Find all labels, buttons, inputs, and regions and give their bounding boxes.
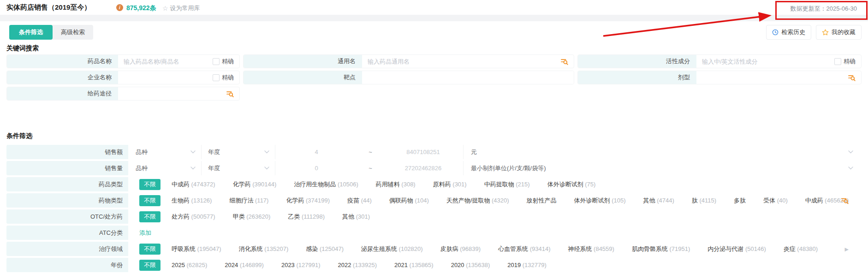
- year-option[interactable]: 2022 (133925): [338, 262, 377, 268]
- therapy-area-option[interactable]: 内分泌与代谢 (50146): [707, 245, 766, 253]
- sales-volume-dimension-select[interactable]: 品种: [128, 161, 202, 175]
- background-strip: [0, 15, 868, 21]
- sales-amount-min-input[interactable]: 4: [275, 145, 357, 159]
- drug-category-all-button[interactable]: 不限: [139, 195, 161, 206]
- tab-condition-filter[interactable]: 条件筛选: [9, 25, 53, 40]
- therapy-area-option[interactable]: 心血管系统 (93414): [498, 245, 550, 253]
- keyword-field-target: 靶点: [243, 71, 574, 84]
- exact-checkbox-company-name[interactable]: 精确: [211, 71, 239, 84]
- year-option[interactable]: 2021 (135865): [394, 262, 434, 268]
- otc-rx-option[interactable]: 处方药 (500577): [172, 213, 215, 221]
- drug-category-list-search-button[interactable]: [841, 197, 849, 204]
- my-favorites-button[interactable]: 我的收藏: [816, 25, 862, 40]
- drug-category-option[interactable]: 疫苗 (44): [347, 197, 372, 205]
- otc-rx-option[interactable]: 其他 (301): [342, 213, 370, 221]
- year-option[interactable]: 2024 (146899): [225, 262, 264, 268]
- record-count: 875,922条: [126, 4, 156, 12]
- drug-category-option[interactable]: 生物药 (13126): [172, 197, 212, 205]
- sales-amount-unit-select[interactable]: 元: [464, 145, 862, 159]
- sales-volume-period-select[interactable]: 年度: [202, 161, 275, 175]
- drug-category-option[interactable]: 受体 (40): [763, 197, 788, 205]
- sales-volume-max-input[interactable]: 27202462826: [383, 161, 464, 175]
- sales-volume-min-input[interactable]: 0: [275, 161, 357, 175]
- drug-category-option[interactable]: 肽 (4115): [692, 197, 716, 205]
- drug-category-option[interactable]: 细胞疗法 (117): [229, 197, 268, 205]
- sales-amount-max-input[interactable]: 8407108251: [383, 145, 464, 159]
- sales-volume-unit-select[interactable]: 最小制剂单位(片/支/颗/袋等): [464, 161, 862, 175]
- list-search-icon[interactable]: [841, 197, 849, 204]
- year-option[interactable]: 2025 (62825): [172, 262, 207, 268]
- drug-category-option[interactable]: 放射性产品: [527, 197, 557, 205]
- list-search-button-route[interactable]: [224, 87, 239, 100]
- info-icon[interactable]: i: [116, 4, 123, 11]
- year-option[interactable]: 2019 (132779): [507, 262, 547, 268]
- drug-category-option[interactable]: 天然产物/提取物 (4320): [446, 197, 509, 205]
- list-search-button-dosage-form[interactable]: [846, 71, 861, 84]
- sales-amount-dimension-select[interactable]: 品种: [128, 145, 202, 159]
- list-search-icon[interactable]: [560, 58, 568, 66]
- keyword-label-dosage-form: 剂型: [578, 71, 696, 84]
- therapy-area-all-button[interactable]: 不限: [139, 244, 161, 255]
- tab-advanced-search[interactable]: 高级检索: [53, 25, 93, 40]
- year-option[interactable]: 2020 (135638): [451, 262, 490, 268]
- therapy-area-option[interactable]: 感染 (125047): [306, 245, 344, 253]
- therapy-area-expand-arrow[interactable]: ▶: [845, 246, 849, 252]
- data-updated-label: 数据更新至：2025-06-30: [791, 5, 857, 13]
- checkbox-icon[interactable]: [834, 58, 841, 65]
- keyword-rows: 药品名称精确通用名活性成分精确企业名称精确靶点剂型给药途径: [6, 54, 862, 103]
- route-input[interactable]: [118, 90, 224, 97]
- drug-category-option[interactable]: 体外诊断试剂 (105): [574, 197, 626, 205]
- drug-type-option[interactable]: 中药提取物 (215): [484, 180, 530, 189]
- drug-category-option[interactable]: 多肽: [734, 197, 746, 205]
- checkbox-icon[interactable]: [213, 58, 220, 65]
- list-search-icon[interactable]: [226, 90, 234, 98]
- filter-row-therapy-area: 治疗领域不限呼吸系统 (195047)消化系统 (135207)感染 (1250…: [6, 242, 862, 256]
- exact-label: 精确: [222, 73, 234, 82]
- company-name-input[interactable]: [118, 74, 211, 81]
- drug-type-option[interactable]: 中成药 (474372): [172, 180, 215, 189]
- filter-row-drug-category: 药物类型不限生物药 (13126)细胞疗法 (117)化学药 (374199)疫…: [6, 193, 862, 208]
- otc-rx-all-button[interactable]: 不限: [139, 211, 161, 222]
- keyword-label-drug-name: 药品名称: [7, 55, 118, 68]
- filter-label-atc-class: ATC分类: [6, 226, 128, 240]
- drug-category-option[interactable]: 化学药 (374199): [286, 197, 330, 205]
- drug-type-option[interactable]: 体外诊断试剂 (75): [547, 180, 596, 189]
- target-input[interactable]: [362, 74, 574, 81]
- sales-amount-range-tilde: ~: [357, 145, 383, 159]
- therapy-area-option[interactable]: 泌尿生殖系统 (102820): [361, 245, 423, 253]
- therapy-area-option[interactable]: 神经系统 (84559): [568, 245, 614, 253]
- search-history-button[interactable]: 检索历史: [766, 25, 811, 40]
- therapy-area-option[interactable]: 消化系统 (135207): [239, 245, 289, 253]
- dosage-form-input[interactable]: [696, 74, 846, 81]
- sales-amount-period-select[interactable]: 年度: [202, 145, 275, 159]
- exact-checkbox-drug-name[interactable]: 精确: [211, 55, 239, 68]
- checkbox-icon[interactable]: [213, 74, 220, 81]
- drug-type-all-button[interactable]: 不限: [139, 179, 161, 190]
- drug-category-option[interactable]: 偶联药物 (104): [389, 197, 429, 205]
- set-favorite-button[interactable]: ☆ 设为常用库: [162, 4, 200, 12]
- drug-type-option[interactable]: 化学药 (390144): [233, 180, 277, 189]
- otc-rx-option[interactable]: 甲类 (263620): [233, 213, 271, 221]
- drug-type-option[interactable]: 药用辅料 (308): [376, 180, 416, 189]
- chevron-down-icon: [848, 150, 853, 154]
- drug-category-option[interactable]: 其他 (4744): [643, 197, 674, 205]
- exact-label: 精确: [844, 57, 856, 66]
- page: 实体药店销售（2019至今） i 875,922条 ☆ 设为常用库 数据更新至：…: [0, 0, 868, 280]
- atc-class-add-link[interactable]: 添加: [128, 229, 151, 237]
- list-search-icon[interactable]: [848, 74, 856, 82]
- therapy-area-option[interactable]: 呼吸系统 (195047): [172, 245, 221, 253]
- drug-name-input[interactable]: [118, 58, 211, 65]
- therapy-area-option[interactable]: 肌肉骨骼系统 (71951): [632, 245, 690, 253]
- list-search-button-generic-name[interactable]: [559, 55, 574, 68]
- otc-rx-option[interactable]: 乙类 (111298): [288, 213, 325, 221]
- keyword-row: 给药途径: [6, 87, 862, 101]
- generic-name-input[interactable]: [362, 58, 559, 65]
- therapy-area-option[interactable]: 皮肤病 (96839): [440, 245, 481, 253]
- active-ingredient-input[interactable]: [696, 58, 832, 65]
- exact-checkbox-active-ingredient[interactable]: 精确: [832, 55, 861, 68]
- drug-type-option[interactable]: 原料药 (301): [433, 180, 467, 189]
- year-option[interactable]: 2023 (127991): [281, 262, 321, 268]
- year-all-button[interactable]: 不限: [139, 260, 161, 271]
- therapy-area-option[interactable]: 炎症 (48380): [784, 245, 818, 253]
- drug-type-option[interactable]: 治疗用生物制品 (10506): [294, 180, 358, 189]
